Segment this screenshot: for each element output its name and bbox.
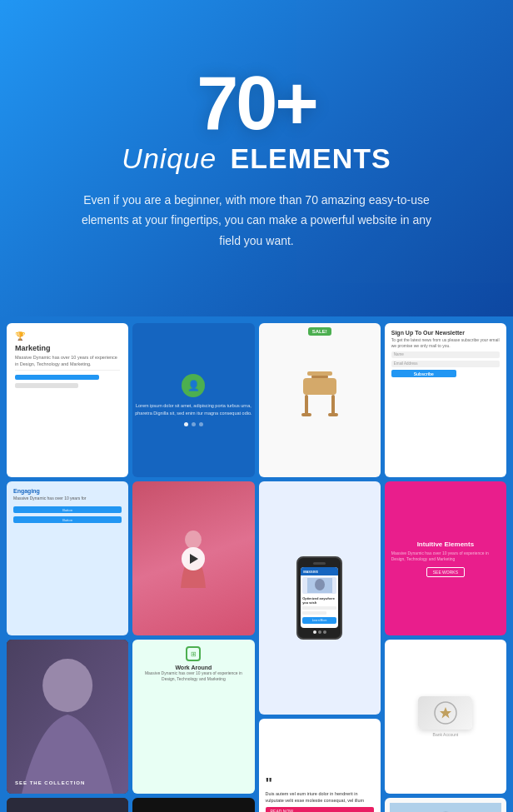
newsletter-name-input[interactable]: Name [391, 351, 500, 358]
quote-text: Duis autem vel eum iriure dolor in hendr… [266, 791, 374, 804]
svg-point-11 [42, 659, 92, 712]
engaging-label: Engaging [13, 488, 122, 494]
bank-card: Bank Account [385, 640, 506, 794]
creative-card: SOLUTIONS CREATIVE [132, 798, 254, 812]
sale-badge: SALE! [308, 327, 331, 336]
hero-subtitle-strong: ELEMENTS [231, 142, 391, 174]
newsletter-email-input[interactable]: Email Address [391, 361, 500, 367]
svg-rect-14 [7, 798, 128, 812]
svg-point-9 [315, 579, 325, 590]
bank-label: Bank Account [433, 732, 459, 737]
marketing-card: 🏆 Marketing Massive Dynamic has over 10 … [7, 323, 128, 477]
intuitive-card: Intuitive Elements Massive Dynamic has o… [385, 481, 506, 635]
demo-grid: 🏆 Marketing Massive Dynamic has over 10 … [0, 316, 513, 812]
video-card [132, 481, 254, 635]
collection-card: SEE THE COLLECTION [7, 640, 128, 794]
svg-rect-0 [307, 371, 332, 376]
collection-label: SEE THE COLLECTION [15, 780, 85, 785]
svg-rect-16 [390, 803, 501, 812]
dark-person-card [7, 798, 128, 812]
marketing-text: Massive Dynamic has over 10 years of exp… [15, 355, 120, 367]
chair-icon [295, 367, 345, 434]
newsletter-text: To get the latest news from us please su… [391, 337, 500, 349]
hero-description: Even if you are a beginner, with more th… [77, 190, 436, 252]
phone-mockup: MASSIVE Optimized anywhere you wish Lear… [296, 556, 342, 640]
play-button[interactable] [182, 547, 205, 570]
svg-rect-4 [331, 395, 335, 416]
svg-rect-5 [301, 413, 311, 416]
avatar: 👤 [182, 374, 205, 397]
newsletter-card: Sign Up To Our Newsletter To get the lat… [385, 323, 506, 477]
hero-subtitle-italic: Unique [122, 142, 217, 174]
svg-point-7 [185, 531, 202, 549]
sale-chair-card: SALE! [259, 323, 381, 477]
read-now-button[interactable]: READ NOW [266, 807, 374, 812]
intuitive-text: Massive Dynamic has over 10 years of exp… [391, 550, 500, 562]
svg-rect-6 [328, 413, 338, 416]
quote-card: " Duis autem vel eum iriure dolor in hen… [259, 719, 381, 812]
engaging-card: Engaging Massive Dynamic has over 10 yea… [7, 481, 128, 635]
svg-marker-13 [440, 707, 451, 719]
svg-rect-3 [305, 395, 308, 416]
svg-rect-1 [311, 376, 328, 378]
subscribe-button[interactable]: Subscribe [391, 370, 456, 377]
marketing-title: Marketing [15, 344, 120, 352]
work-icon: ⊞ [186, 646, 201, 661]
collection-overlay: SEE THE COLLECTION [15, 780, 85, 785]
intuitive-title: Intuitive Elements [417, 541, 474, 548]
newsletter-title: Sign Up To Our Newsletter [391, 330, 500, 336]
bank-card-visual [418, 696, 472, 730]
svg-rect-2 [303, 378, 336, 395]
dancing-card: Photography Dancing In Crazy Style Novem… [385, 798, 506, 812]
profile-text: Lorem ipsum dolor sit amet, adipiscing p… [132, 402, 254, 417]
see-works-button[interactable]: SEE WORKS [426, 567, 465, 577]
profile-card: 👤 Lorem ipsum dolor sit amet, adipiscing… [132, 323, 254, 477]
hero-section: 70+ Unique ELEMENTS Even if you are a be… [0, 0, 513, 316]
phone-card: MASSIVE Optimized anywhere you wish Lear… [259, 481, 381, 715]
hero-subtitle: Unique ELEMENTS [122, 142, 391, 175]
work-title: Work Around [139, 665, 247, 670]
hero-number: 70+ [197, 66, 316, 141]
work-around-card: ⊞ Work Around Massive Dynamic has over 1… [132, 640, 254, 794]
work-text: Massive Dynamic has over 10 years of exp… [139, 670, 247, 682]
quote-mark: " [266, 776, 374, 791]
